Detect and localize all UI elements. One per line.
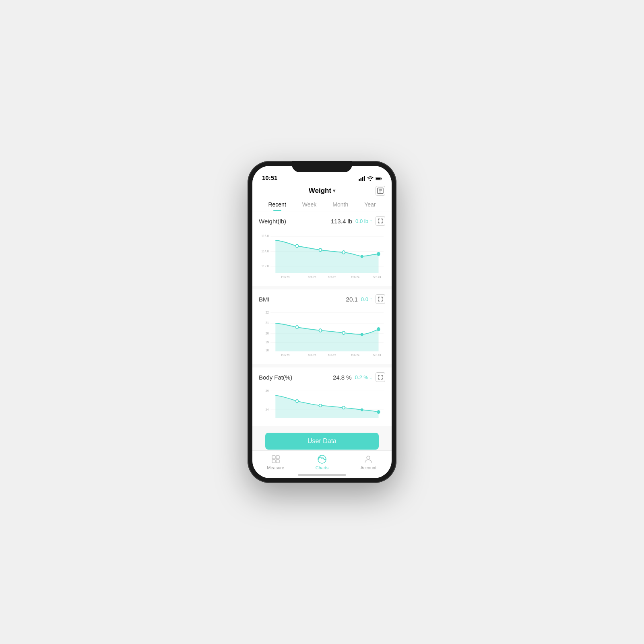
weight-expand-button[interactable] (376, 216, 385, 226)
bodyfat-delta: 0.2 % ↓ (355, 374, 372, 380)
tab-month[interactable]: Month (329, 200, 351, 211)
home-indicator (298, 474, 346, 476)
svg-text:22: 22 (266, 310, 269, 314)
svg-point-20 (361, 255, 363, 258)
bmi-chart-svg: 22 21 20 19 18 (259, 307, 385, 359)
weight-chart-svg: 116.0 114.0 112.0 (259, 229, 385, 281)
svg-text:Feb.23: Feb.23 (328, 353, 336, 357)
svg-point-38 (342, 331, 345, 334)
svg-point-40 (377, 327, 380, 331)
battery-icon (376, 176, 382, 181)
wifi-icon (367, 176, 374, 181)
svg-text:24: 24 (266, 408, 269, 411)
svg-text:Feb.24: Feb.24 (373, 275, 381, 279)
svg-rect-58 (276, 460, 279, 463)
tab-recent[interactable]: Recent (265, 200, 289, 211)
user-data-button[interactable]: User Data (265, 433, 379, 450)
app-content: Weight ▾ Recent Week Month Year (252, 184, 392, 478)
weight-chart-section: Weight(lb) 113.4 lb 0.0 lb ↑ (252, 211, 392, 286)
phone-frame: 10:51 (248, 161, 396, 483)
tab-year[interactable]: Year (361, 200, 379, 211)
weight-chart: 116.0 114.0 112.0 (259, 229, 385, 281)
tab-week[interactable]: Week (299, 200, 320, 211)
expand-icon-bodyfat (378, 375, 383, 380)
user-data-container: User Data (252, 429, 392, 450)
charts-icon (317, 454, 327, 464)
nav-account-label: Account (360, 465, 376, 470)
svg-text:Feb.23: Feb.23 (281, 353, 290, 357)
svg-text:19: 19 (266, 340, 269, 344)
account-icon (363, 454, 374, 464)
nav-account[interactable]: Account (356, 454, 380, 470)
bodyfat-values: 24.8 % 0.2 % ↓ (333, 372, 385, 382)
svg-text:21: 21 (266, 321, 269, 325)
bodyfat-chart-svg: 26 24 (259, 385, 385, 421)
weight-chart-header: Weight(lb) 113.4 lb 0.0 lb ↑ (259, 216, 385, 226)
signal-icon (359, 176, 365, 181)
svg-point-18 (319, 248, 322, 252)
svg-text:Feb.23: Feb.23 (328, 275, 336, 279)
svg-text:Feb.23: Feb.23 (281, 275, 290, 279)
bmi-title: BMI (259, 296, 270, 303)
bodyfat-value: 24.8 % (333, 374, 352, 381)
log-icon (377, 188, 384, 194)
svg-rect-2 (362, 177, 363, 181)
bmi-chart-section: BMI 20.1 0.0 ↑ (252, 289, 392, 364)
svg-point-39 (361, 333, 363, 336)
weight-values: 113.4 lb 0.0 lb ↑ (331, 216, 385, 226)
nav-charts[interactable]: Charts (310, 454, 334, 470)
scroll-content[interactable]: Weight(lb) 113.4 lb 0.0 lb ↑ (252, 211, 392, 450)
svg-point-54 (377, 410, 380, 414)
svg-point-21 (377, 252, 380, 256)
svg-text:18: 18 (266, 348, 269, 352)
status-time: 10:51 (262, 174, 277, 181)
expand-icon (378, 219, 383, 223)
svg-point-60 (367, 456, 370, 459)
svg-point-36 (296, 326, 299, 329)
svg-rect-0 (359, 179, 360, 181)
bodyfat-expand-button[interactable] (376, 372, 385, 382)
bmi-expand-button[interactable] (376, 294, 385, 304)
bodyfat-title: Body Fat(%) (259, 374, 292, 381)
bodyfat-chart-header: Body Fat(%) 24.8 % 0.2 % ↓ (259, 372, 385, 382)
svg-text:Feb.24: Feb.24 (373, 353, 381, 357)
app-header: Weight ▾ (252, 184, 392, 198)
svg-text:20: 20 (266, 331, 269, 335)
svg-point-17 (296, 244, 299, 248)
bodyfat-chart-section: Body Fat(%) 24.8 % 0.2 % ↓ (252, 367, 392, 426)
svg-rect-5 (381, 178, 382, 179)
svg-point-19 (342, 251, 345, 254)
svg-text:Feb.23: Feb.23 (308, 353, 316, 357)
svg-point-50 (296, 400, 299, 402)
bmi-delta: 0.0 ↑ (361, 296, 372, 302)
svg-text:116.0: 116.0 (261, 234, 269, 238)
bodyfat-chart: 26 24 (259, 385, 385, 421)
svg-point-53 (361, 409, 363, 411)
svg-text:Feb.24: Feb.24 (351, 275, 359, 279)
weight-value: 113.4 lb (331, 218, 352, 225)
svg-rect-55 (272, 456, 275, 459)
svg-text:112.0: 112.0 (261, 264, 269, 268)
svg-point-51 (319, 404, 322, 407)
expand-icon-bmi (378, 297, 383, 301)
svg-rect-6 (376, 178, 381, 180)
svg-text:Feb.23: Feb.23 (308, 275, 316, 279)
svg-text:Feb.24: Feb.24 (351, 353, 359, 357)
bmi-value: 20.1 (346, 296, 358, 303)
status-icons (359, 176, 382, 181)
dropdown-icon[interactable]: ▾ (333, 188, 335, 194)
svg-rect-1 (361, 178, 362, 181)
app-title: Weight ▾ (309, 187, 335, 195)
log-button[interactable] (376, 186, 385, 196)
weight-title: Weight(lb) (259, 218, 286, 225)
svg-text:114.0: 114.0 (261, 249, 269, 253)
notch (292, 161, 352, 172)
svg-point-52 (342, 406, 345, 409)
nav-charts-label: Charts (316, 465, 328, 470)
bmi-values: 20.1 0.0 ↑ (346, 294, 385, 304)
bmi-chart-header: BMI 20.1 0.0 ↑ (259, 294, 385, 304)
svg-text:26: 26 (266, 389, 269, 392)
measure-icon (270, 454, 281, 464)
svg-point-37 (319, 329, 322, 332)
nav-measure[interactable]: Measure (264, 454, 288, 470)
